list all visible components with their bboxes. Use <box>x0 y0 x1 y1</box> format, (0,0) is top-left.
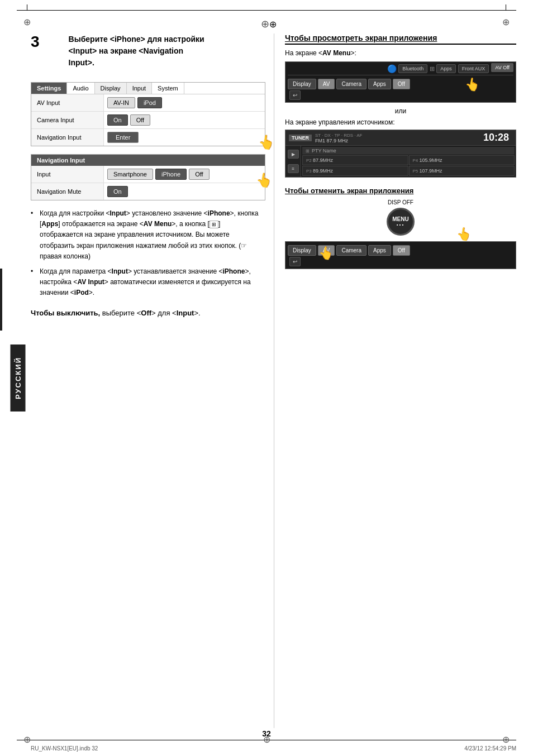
av-off-btn[interactable]: AV Off <box>491 63 513 72</box>
nav-off-btn[interactable]: Off <box>189 169 209 180</box>
camera-btn-2[interactable]: Camera <box>336 245 367 256</box>
tab-display[interactable]: Display <box>95 83 127 94</box>
hand-cursor-2: 👆 <box>255 171 274 190</box>
step-text-line1: Выберите <iPhone> для настройки <box>69 35 204 44</box>
disp-off-label: DISP OFF <box>285 199 516 205</box>
crosshair-top: ⊕ <box>261 18 272 29</box>
av-btn[interactable]: AV <box>318 79 335 89</box>
nav-input-row: Input Smartphone iPhone Off 👆 <box>31 166 265 183</box>
left-column: 3 Выберите <iPhone> для настройки <Input… <box>31 34 265 319</box>
nav-input-panel: Navigation Input Input Smartphone iPhone… <box>31 154 265 200</box>
station-2[interactable]: P4 105.9MHz <box>409 155 515 165</box>
nav-mute-value: On <box>104 183 265 200</box>
camera-off-btn[interactable]: Off <box>130 114 150 126</box>
corner-mark-tr <box>506 4 506 10</box>
tuner-icon-1[interactable]: ▶ <box>288 150 299 159</box>
right-column: Чтобы просмотреть экран приложения На эк… <box>285 34 516 274</box>
tuner-info: TUNER ST · DX · TP · RDS · AF FM1 87.9 M… <box>289 132 362 143</box>
page-border-top <box>17 10 516 11</box>
tab-input[interactable]: Input <box>127 83 152 94</box>
crosshair-top-right: ⊕ <box>502 17 510 27</box>
apps-btn[interactable]: Apps <box>368 79 391 89</box>
tab-audio[interactable]: Audio <box>67 83 94 94</box>
hand-cursor-1: 👆 <box>257 133 276 152</box>
nav-input-header: Navigation Input <box>31 155 265 166</box>
navigation-input-label: Navigation Input <box>31 129 104 146</box>
menu-label: MENU <box>392 216 408 222</box>
corner-mark-tl <box>27 4 27 10</box>
front-aux-btn[interactable]: Front AUX <box>458 64 489 73</box>
av-input-row: AV Input AV-IN iPod <box>31 94 265 112</box>
settings-header: Settings Audio Display Input System <box>31 83 265 94</box>
back-btn-2[interactable]: ↩ <box>289 257 301 266</box>
tuner-body: ▶ ≡ ⊞ PTY Name P2 87.9MHz P4 105.9MHz <box>285 146 516 177</box>
main-content: 3 Выберите <iPhone> для настройки <Input… <box>31 34 516 728</box>
tuner-freq: ST · DX · TP · RDS · AF FM1 87.9 MHz <box>315 132 362 143</box>
camera-btn[interactable]: Camera <box>336 79 367 89</box>
bullet-item-1: Когда для настройки <Input> установлено … <box>31 208 265 262</box>
enter-btn[interactable]: Enter <box>107 132 139 143</box>
navigation-input-value: Enter <box>104 129 265 146</box>
back-btn[interactable]: ↩ <box>289 90 301 100</box>
crosshair-top-left: ⊕ <box>23 17 31 27</box>
tuner-stations: ⊞ PTY Name P2 87.9MHz P4 105.9MHz P3 89.… <box>301 146 516 177</box>
station-1[interactable]: P2 87.9MHz <box>302 155 408 165</box>
back-row: ↩ <box>288 90 513 100</box>
source-text: На экране управления источником: <box>285 118 516 126</box>
step-number: 3 <box>31 34 40 75</box>
display-btn-2[interactable]: Display <box>288 245 316 256</box>
step-description: Выберите <iPhone> для настройки <Input> … <box>69 34 204 69</box>
nav-mute-row: Navigation Mute On <box>31 183 265 200</box>
nav-input-value: Smartphone iPhone Off <box>104 166 265 183</box>
tab-settings[interactable]: Settings <box>31 83 67 94</box>
tuner-header: TUNER ST · DX · TP · RDS · AF FM1 87.9 M… <box>285 130 516 146</box>
bullet-item-2: Когда для параметра <Input> устанавливае… <box>31 266 265 299</box>
av-input-label: AV Input <box>31 94 104 111</box>
sidebar-label: РУССКИЙ <box>11 344 26 412</box>
av-menu-subtitle: На экране <AV Menu>: <box>285 49 516 57</box>
tab-system[interactable]: System <box>152 83 184 94</box>
tuner-ui: TUNER ST · DX · TP · RDS · AF FM1 87.9 M… <box>285 130 516 178</box>
apps-btn-2[interactable]: Apps <box>368 245 391 256</box>
iphone-btn[interactable]: iPhone <box>155 169 187 180</box>
camera-on-btn[interactable]: On <box>107 114 128 126</box>
camera-input-row: Camera Input On Off <box>31 112 265 129</box>
smartphone-btn[interactable]: Smartphone <box>107 169 153 180</box>
off-text: Чтобы выключить, выберите <Off> для <Inp… <box>31 308 265 319</box>
camera-input-label: Camera Input <box>31 112 104 128</box>
menu-btn-area: MENU ••• 👆 <box>285 208 516 236</box>
station-3[interactable]: P3 89.9MHz <box>302 166 408 176</box>
crosshair-bottom-right: ⊕ <box>502 734 510 745</box>
footer-right: 4/23/12 12:54:29 PM <box>464 745 516 752</box>
preset-4: P5 <box>413 169 420 174</box>
apps-top-btn[interactable]: Apps <box>436 64 456 73</box>
camera-input-value: On Off <box>104 112 265 128</box>
crosshair-bottom-left: ⊕ <box>23 734 31 745</box>
sidebar-russian-label: РУССКИЙ <box>0 269 2 331</box>
off-btn-2[interactable]: Off <box>393 245 410 256</box>
tuner-side: ▶ ≡ <box>285 146 301 177</box>
pty-name-text: PTY Name <box>312 148 336 154</box>
crosshair-bottom: ⊕ <box>263 734 270 745</box>
disp-off-area: DISP OFF MENU ••• 👆 <box>285 199 516 236</box>
av-menu-ui: 🔵 Bluetooth ⊞ Apps Front AUX AV Off <box>285 61 516 103</box>
menu-button[interactable]: MENU ••• <box>387 208 415 236</box>
navigation-input-row: Navigation Input Enter 👆 <box>31 129 265 146</box>
av-in-btn[interactable]: AV-IN <box>107 97 135 108</box>
station-4[interactable]: P5 107.9MHz <box>409 166 515 176</box>
settings-ui: Settings Audio Display Input System AV I… <box>31 82 265 146</box>
step3-heading: 3 Выберите <iPhone> для настройки <Input… <box>31 34 265 75</box>
ipod-btn[interactable]: iPod <box>137 97 162 108</box>
tuner-freq-value: FM1 87.9 MHz <box>315 138 348 143</box>
tuner-icon-2[interactable]: ≡ <box>288 164 299 173</box>
bluetooth-btn[interactable]: Bluetooth <box>398 64 427 73</box>
display-btn[interactable]: Display <box>288 79 316 89</box>
preset-2: P4 <box>413 158 420 163</box>
step-text-line3: Input>. <box>69 58 94 67</box>
hand-cursor-3: 👆 <box>464 76 481 93</box>
pty-name-row: ⊞ PTY Name <box>302 147 515 155</box>
nav-mute-on-btn[interactable]: On <box>107 186 128 197</box>
tuner-label: TUNER <box>289 135 312 141</box>
av-menu-section: 🔵 Bluetooth ⊞ Apps Front AUX AV Off <box>285 61 516 103</box>
off-btn[interactable]: Off <box>393 79 410 89</box>
